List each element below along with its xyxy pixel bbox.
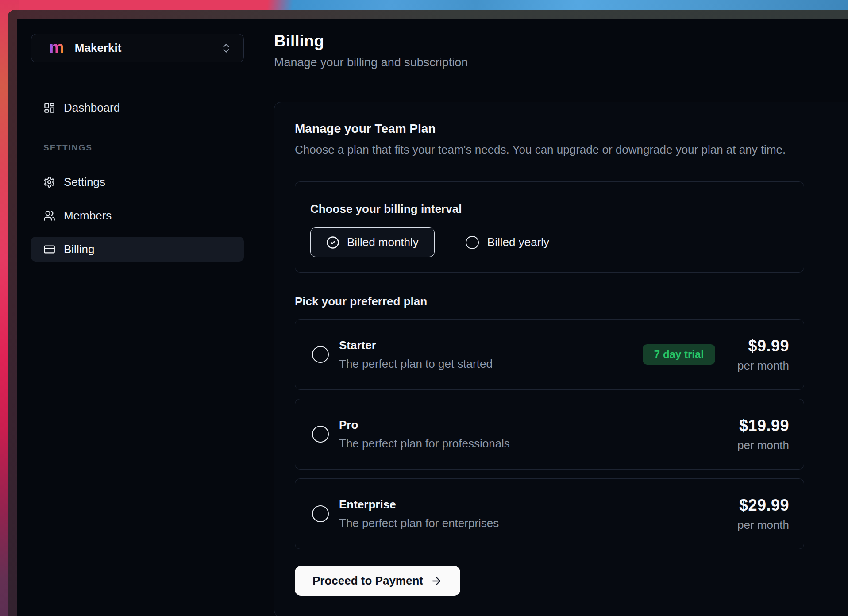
radio-icon[interactable] [312,346,329,363]
users-icon [43,210,55,222]
page-subtitle: Manage your billing and subscription [274,56,848,69]
plan-description: The perfect plan for enterprises [339,516,499,530]
window-frame-left [8,10,17,616]
plan-row-pro[interactable]: Pro The perfect plan for professionals $… [295,399,804,470]
radio-icon[interactable] [312,426,329,443]
sidebar-item-label: Members [64,209,112,223]
plan-period: per month [737,439,789,452]
plan-name: Pro [339,418,510,432]
sidebar: m Makerkit Dashboard SETTINGS [17,19,258,616]
chevrons-up-down-icon [220,42,232,54]
plan-right: 7 day trial $9.99 per month [643,337,789,373]
plan-row-enterprise[interactable]: Enterprise The perfect plan for enterpri… [295,478,804,549]
plan-price: $19.99 [737,416,789,435]
page-header: Billing Manage your billing and subscrip… [274,32,848,84]
check-circle-icon [326,236,339,249]
card-title: Manage your Team Plan [295,122,840,136]
team-name: Makerkit [75,41,220,55]
arrow-right-icon [430,575,443,587]
makerkit-logo-icon: m [49,39,64,56]
plan-description: The perfect plan to get started [339,357,493,371]
gear-icon [43,176,55,188]
billed-monthly-label: Billed monthly [347,235,419,249]
billing-interval-label: Choose your billing interval [310,202,786,216]
sidebar-item-settings[interactable]: Settings [31,169,244,194]
plan-price: $29.99 [737,496,789,515]
sidebar-item-dashboard[interactable]: Dashboard [31,95,244,120]
price-block: $19.99 per month [737,416,789,452]
window-frame-top [8,10,848,19]
team-selector[interactable]: m Makerkit [31,34,244,62]
plan-info: Enterprise The perfect plan for enterpri… [339,498,499,530]
proceed-to-payment-button[interactable]: Proceed to Payment [295,566,460,596]
plan-name: Starter [339,339,493,352]
price-block: $29.99 per month [737,496,789,532]
plan-list: Starter The perfect plan to get started … [295,319,840,549]
billed-monthly-option[interactable]: Billed monthly [310,227,435,257]
plan-name: Enterprise [339,498,499,512]
trial-badge: 7 day trial [643,344,715,365]
card-description: Choose a plan that fits your team's need… [295,143,840,157]
plan-period: per month [737,518,789,532]
plan-description: The perfect plan for professionals [339,437,510,450]
billed-yearly-label: Billed yearly [487,235,549,249]
plan-info: Starter The perfect plan to get started [339,339,493,371]
plan-right: $19.99 per month [737,416,789,452]
plan-picker-label: Pick your preferred plan [295,295,840,308]
plan-period: per month [737,359,789,373]
plan-right: $29.99 per month [737,496,789,532]
radio-icon[interactable] [466,236,479,249]
price-block: $9.99 per month [737,337,789,373]
main-content: Billing Manage your billing and subscrip… [258,19,848,616]
sidebar-nav: Dashboard SETTINGS Settings Members [31,95,244,262]
sidebar-section-label: SETTINGS [43,143,244,153]
plan-price: $9.99 [737,337,789,355]
billing-interval-options: Billed monthly Billed yearly [310,227,786,257]
radio-icon[interactable] [312,505,329,522]
plan-row-starter[interactable]: Starter The perfect plan to get started … [295,319,804,390]
sidebar-item-billing[interactable]: Billing [31,237,244,262]
billed-yearly-option[interactable]: Billed yearly [466,235,549,249]
app-root: m Makerkit Dashboard SETTINGS [17,19,848,616]
plan-info: Pro The perfect plan for professionals [339,418,510,450]
app-window: m Makerkit Dashboard SETTINGS [8,10,848,616]
sidebar-item-label: Dashboard [64,101,120,115]
sidebar-item-members[interactable]: Members [31,203,244,228]
credit-card-icon [43,243,55,255]
layout-dashboard-icon [43,102,55,114]
page-title: Billing [274,32,848,50]
sidebar-item-label: Billing [64,243,94,256]
billing-interval-box: Choose your billing interval Billed mont… [295,181,804,273]
team-plan-card: Manage your Team Plan Choose a plan that… [274,102,848,616]
sidebar-item-label: Settings [64,175,105,189]
proceed-to-payment-label: Proceed to Payment [312,574,423,588]
